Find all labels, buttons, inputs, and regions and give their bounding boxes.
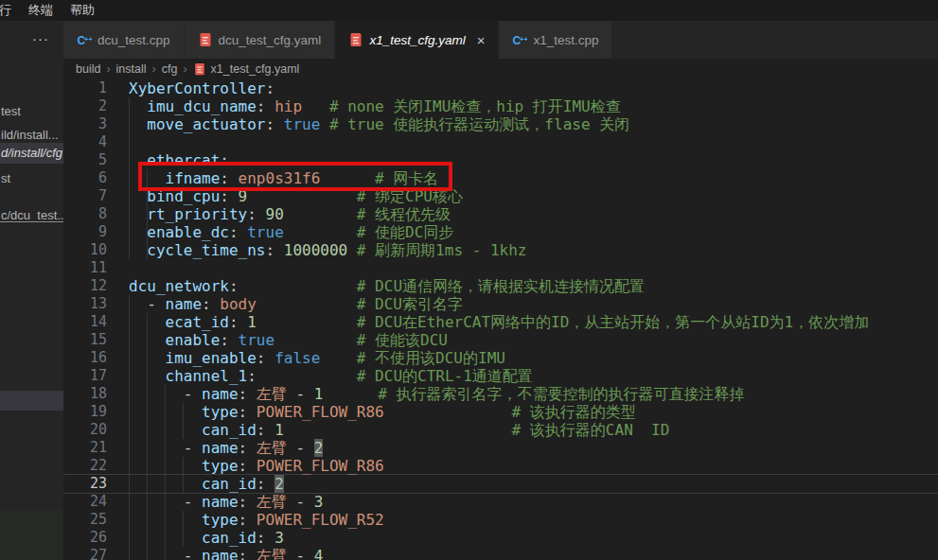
code-line-17[interactable]: 17 channel_1: # DCU的CTRL-1通道配置 [63,367,938,385]
breadcrumb-segment[interactable]: cfg [162,62,178,76]
line-number: 19 [63,403,129,421]
tab-label: x1_test.cpp [533,33,598,47]
panel-separator [0,221,63,222]
line-number: 14 [63,313,129,331]
line-number: 13 [63,295,129,313]
code-line-24[interactable]: 24 - name: 左臂 - 3 [63,493,938,511]
line-number: 25 [63,511,129,529]
code-text: - name: 左臂 - 1 # 执行器索引名字，不需要控制的执行器可直接注释掉 [129,385,744,403]
line-number: 9 [63,223,129,241]
menu-item-1[interactable]: 终端 [20,0,62,21]
tab-x1_test_cfg.yaml[interactable]: x1_test_cfg.yaml× [335,21,499,59]
menu-bar: 行终端帮助 [0,0,938,21]
line-number: 15 [63,331,129,349]
line-number: 24 [63,493,129,511]
code-line-14[interactable]: 14 ecat_id: 1 # DCU在EtherCAT网络中的ID，从主站开始… [63,313,938,331]
line-number: 23 [63,475,129,493]
panel-highlight-band [0,391,63,411]
code-line-18[interactable]: 18 - name: 左臂 - 1 # 执行器索引名字，不需要控制的执行器可直接… [63,385,938,403]
menu-item-2[interactable]: 帮助 [62,0,103,21]
code-line-12[interactable]: 12dcu_network: # DCU通信网络，请根据实机连接情况配置 [63,277,938,295]
breadcrumb: build›install›cfg›x1_test_cfg.yaml [63,59,938,79]
code-text: type: POWER_FLOW_R52 [129,511,384,529]
sidebar-item[interactable]: st [0,168,63,189]
code-line-6[interactable]: 6 ifname: enp0s31f6 # 网卡名 [63,169,938,187]
cpp-file-icon: C++ [512,32,527,47]
code-line-25[interactable]: 25 type: POWER_FLOW_R52 [63,511,938,529]
code-line-5[interactable]: 5 ethercat: [63,151,938,169]
breadcrumb-file-label: x1_test_cfg.yaml [211,62,300,76]
line-number: 1 [63,79,129,97]
code-text: imu_enable: false # 不使用该DCU的IMU [129,349,505,367]
code-line-3[interactable]: 3 move_actuator: true # true 使能执行器运动测试，f… [63,115,938,133]
code-line-16[interactable]: 16 imu_enable: false # 不使用该DCU的IMU [63,349,938,367]
code-text: - name: body # DCU索引名字 [129,295,463,313]
code-text: imu_dcu_name: hip # none 关闭IMU检查，hip 打开I… [129,97,621,115]
menu-item-0[interactable]: 行 [0,0,20,21]
code-line-1[interactable]: 1XyberController: [63,79,938,97]
code-line-2[interactable]: 2 imu_dcu_name: hip # none 关闭IMU检查，hip 打… [63,97,938,115]
line-number: 26 [63,529,129,547]
yaml-file-icon [348,32,363,47]
sidebar-item[interactable]: c/dcu_test... [0,205,63,226]
line-number: 17 [63,367,129,385]
code-line-21[interactable]: 21 - name: 左臂 - 2 [63,439,938,457]
code-line-15[interactable]: 15 enable: true # 使能该DCU [63,331,938,349]
code-editor[interactable]: 1XyberController:2 imu_dcu_name: hip # n… [63,79,938,560]
svg-text:++: ++ [84,35,92,44]
tab-x1_test.cpp[interactable]: C++x1_test.cpp [499,21,612,59]
code-text: type: POWER_FLOW_R86 [129,457,384,475]
code-line-19[interactable]: 19 type: POWER_FLOW_R86 # 该执行器的类型 [63,403,938,421]
code-line-9[interactable]: 9 enable_dc: true # 使能DC同步 [63,223,938,241]
code-text: - name: 左臂 - 2 [129,439,323,457]
code-text: dcu_network: # DCU通信网络，请根据实机连接情况配置 [129,277,645,295]
editor-tab-bar: C++dcu_test.cppdcu_test_cfg.yamlx1_test_… [63,21,938,59]
breadcrumb-file[interactable]: x1_test_cfg.yaml [193,62,300,76]
code-text: enable: true # 使能该DCU [129,331,448,349]
code-text: can_id: 2 [129,475,284,493]
line-number: 16 [63,349,129,367]
code-line-26[interactable]: 26 can_id: 3 [63,529,938,547]
close-icon[interactable]: × [477,33,486,47]
line-number: 8 [63,205,129,223]
code-text: - name: 左臂 - 3 [129,493,323,511]
code-text: cycle_time_ns: 1000000 # 刷新周期1ms - 1khz [129,241,526,259]
line-number: 7 [63,187,129,205]
code-line-11[interactable]: 11 [63,259,938,277]
more-actions-icon[interactable]: ··· [32,30,49,46]
line-number: 21 [63,439,129,457]
code-line-4[interactable]: 4 [63,133,938,151]
panel-bottom-block [0,511,63,560]
code-line-8[interactable]: 8 rt_priority: 90 # 线程优先级 [63,205,938,223]
code-text: ethercat: [129,151,229,169]
line-number: 11 [63,259,129,277]
line-number: 27 [63,547,129,560]
yaml-file-icon [193,62,206,76]
code-line-22[interactable]: 22 type: POWER_FLOW_R86 [63,457,938,475]
code-line-13[interactable]: 13 - name: body # DCU索引名字 [63,295,938,313]
chevron-right-icon: › [177,62,192,76]
breadcrumb-segment[interactable]: build [76,62,100,76]
line-number: 3 [63,115,129,133]
breadcrumb-segment[interactable]: install [116,62,147,76]
line-number: 6 [63,169,129,187]
tab-label: dcu_test.cpp [97,33,170,47]
line-number: 5 [63,151,129,169]
code-line-23[interactable]: 23 can_id: 2 [63,475,938,493]
yaml-file-icon [198,32,213,47]
tab-label: x1_test_cfg.yaml [369,33,465,47]
code-line-20[interactable]: 20 can_id: 1 # 该执行器的CAN ID [63,421,938,439]
code-line-7[interactable]: 7 bind_cpu: 9 # 绑定CPU核心 [63,187,938,205]
code-text: bind_cpu: 9 # 绑定CPU核心 [129,187,463,205]
chevron-right-icon: › [100,62,115,76]
sidebar-item[interactable]: d/install/cfg [0,143,63,164]
sidebar-item[interactable]: test [0,101,63,122]
code-line-27[interactable]: 27 - name: 左臂 - 4 [63,547,938,560]
tab-dcu_test.cpp[interactable]: C++dcu_test.cpp [63,21,185,59]
code-text: XyberController: [129,79,274,97]
side-panel: ··· testild/install...d/install/cfgstc/d… [0,21,63,560]
tab-dcu_test_cfg.yaml[interactable]: dcu_test_cfg.yaml [185,21,336,59]
code-line-10[interactable]: 10 cycle_time_ns: 1000000 # 刷新周期1ms - 1k… [63,241,938,259]
code-text: rt_priority: 90 # 线程优先级 [129,205,451,223]
line-number: 2 [63,97,129,115]
